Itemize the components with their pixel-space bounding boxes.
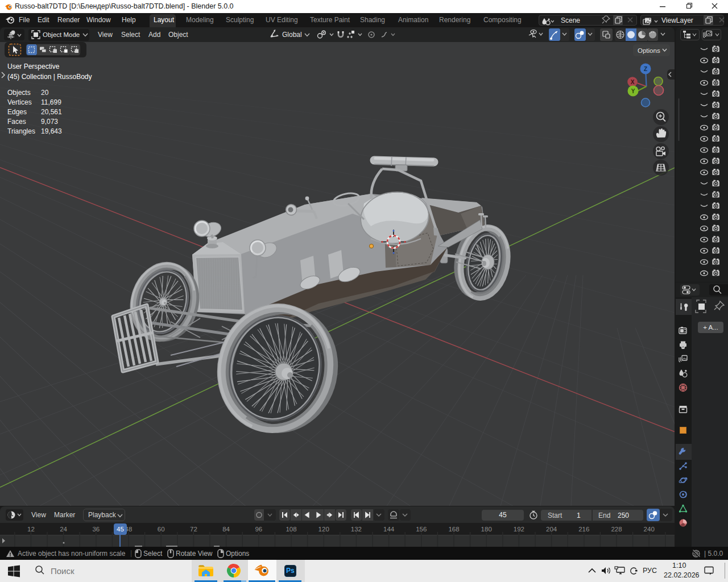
svg-text:36: 36: [92, 526, 100, 533]
svg-text:Options: Options: [638, 47, 660, 54]
svg-text:168: 168: [448, 526, 459, 533]
svg-text:(45) Collection | RussoBody: (45) Collection | RussoBody: [7, 73, 92, 81]
svg-text:24: 24: [60, 526, 67, 533]
svg-text:Edges: Edges: [7, 108, 27, 116]
svg-text:11,699: 11,699: [41, 98, 61, 106]
svg-text:228: 228: [611, 526, 622, 533]
svg-text:72: 72: [190, 526, 197, 533]
svg-text:156: 156: [416, 526, 427, 533]
svg-text:96: 96: [255, 526, 262, 533]
svg-text:Z: Z: [644, 66, 647, 72]
svg-text:216: 216: [578, 526, 589, 533]
svg-text:204: 204: [546, 526, 557, 533]
svg-text:132: 132: [351, 526, 362, 533]
svg-text:20,561: 20,561: [41, 108, 62, 116]
svg-text:240: 240: [644, 526, 655, 533]
svg-text:X: X: [631, 79, 635, 85]
svg-text:Triangles: Triangles: [7, 127, 35, 135]
svg-text:19,643: 19,643: [41, 127, 62, 135]
svg-text:144: 144: [383, 526, 395, 533]
svg-text:60: 60: [158, 526, 165, 533]
svg-text:12: 12: [27, 526, 35, 533]
svg-text:9,073: 9,073: [41, 118, 58, 126]
svg-text:User Perspective: User Perspective: [7, 63, 60, 70]
svg-text:108: 108: [286, 526, 296, 533]
svg-text:Vertices: Vertices: [7, 98, 32, 106]
svg-text:192: 192: [514, 526, 524, 533]
svg-text:Faces: Faces: [7, 118, 26, 126]
svg-text:Objects: Objects: [7, 89, 31, 97]
svg-text:Y: Y: [631, 88, 635, 94]
svg-text:180: 180: [481, 526, 492, 533]
svg-text:84: 84: [222, 526, 230, 533]
svg-text:120: 120: [318, 526, 329, 533]
svg-text:20: 20: [41, 89, 49, 97]
